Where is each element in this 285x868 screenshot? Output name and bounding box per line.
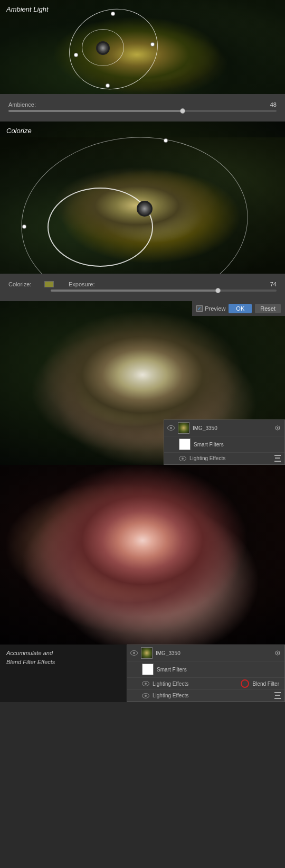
ambience-slider-fill: [8, 110, 183, 112]
colorize-center-control[interactable]: [137, 201, 153, 217]
handle-dot-left[interactable]: [74, 53, 78, 57]
lighting-effects2-label1: Lighting Effects: [153, 681, 238, 687]
smart-filters-thumb: [179, 438, 191, 450]
preview-section: ✓ Preview OK Reset IMG_3350 Smart Filter…: [0, 301, 285, 465]
accumulated-photo: [0, 465, 285, 645]
colorize-handle-top[interactable]: [164, 138, 168, 143]
colorize-section: Colorize Colorize: Exposure: 74: [0, 122, 285, 301]
smart-filters2-thumb: [142, 664, 154, 675]
exposure-slider-fill: [51, 290, 218, 292]
layers-panel-2: IMG_3350 Smart Filters Lighting Effects: [127, 645, 285, 702]
layer-visibility-toggle[interactable]: [167, 425, 175, 431]
smart-filters2-row: Smart Filters: [127, 661, 284, 678]
colorize-inner-ellipse: [48, 188, 153, 267]
colorize-handle-left[interactable]: [22, 225, 26, 229]
layer-settings-icon[interactable]: [274, 424, 281, 432]
preview-checkbox[interactable]: ✓: [196, 305, 203, 312]
layer2-settings-icon[interactable]: [274, 649, 281, 657]
layer-row-img: IMG_3350: [164, 420, 284, 436]
lighting-effects2-row2: Lighting Effects: [127, 690, 284, 702]
ambience-label: Ambience:: [8, 101, 40, 108]
accumulated-section: Accummulate and Blend Filter Effects IMG…: [0, 465, 285, 702]
ambience-value: 48: [261, 101, 277, 108]
ok-button[interactable]: OK: [229, 304, 252, 313]
filter2-visibility-toggle2[interactable]: [142, 693, 149, 698]
svg-point-1: [277, 427, 279, 429]
bottom-text-line2: Blend Filter Effects: [6, 658, 120, 667]
smart-filters-label: Smart Filters: [194, 442, 281, 447]
lighting-effects-label: Lighting Effects: [189, 455, 271, 461]
ambient-title: Ambient Light: [6, 5, 49, 13]
colorize-label: Colorize:: [8, 281, 40, 287]
ambient-center-control[interactable]: [96, 41, 110, 55]
colorize-controls-bar: Colorize: Exposure: 74: [0, 274, 285, 301]
colorize-swatch[interactable]: [44, 281, 54, 287]
handle-dot-right[interactable]: [150, 42, 155, 46]
layer-name: IMG_3350: [193, 425, 271, 431]
lighting-effects-settings[interactable]: [274, 455, 281, 462]
ambient-controls-bar: Ambience: 48: [0, 94, 285, 122]
blend-filter-label: Blend Filter: [252, 681, 281, 687]
layer2-name: IMG_3350: [156, 650, 271, 656]
smart-filters2-label: Smart Filters: [157, 667, 281, 673]
reset-button[interactable]: Reset: [255, 304, 281, 313]
svg-point-3: [277, 652, 279, 654]
lighting-effects2-label2: Lighting Effects: [153, 693, 271, 698]
exposure-value: 74: [261, 281, 277, 287]
bottom-wrapper: Accummulate and Blend Filter Effects IMG…: [0, 645, 285, 702]
accumulated-photo-bg: [0, 465, 285, 645]
preview-checkbox-group: ✓ Preview: [196, 305, 225, 312]
exposure-slider[interactable]: [51, 290, 277, 292]
ambience-slider-thumb[interactable]: [180, 108, 185, 114]
ambience-control-row: Ambience: 48: [8, 101, 277, 108]
layer2-thumbnail: [141, 647, 153, 659]
ambient-light-section: Ambient Light Ambience: 48: [0, 0, 285, 122]
filter2-visibility-toggle1[interactable]: [142, 681, 149, 686]
ambience-slider[interactable]: [8, 110, 277, 112]
smart-filters-row: Smart Filters: [164, 436, 284, 453]
layers-panel-1: IMG_3350 Smart Filters Lighting Effects: [164, 419, 285, 465]
filter-visibility-toggle[interactable]: [179, 456, 186, 461]
lighting-effects2-settings[interactable]: [274, 692, 281, 699]
exposure-slider-row: [8, 290, 277, 292]
lighting-effects2-row1: Lighting Effects Blend Filter: [127, 678, 284, 690]
bottom-text-area: Accummulate and Blend Filter Effects: [0, 645, 127, 670]
colorize-title: Colorize: [6, 127, 32, 135]
handle-dot-bottom[interactable]: [106, 83, 110, 88]
exposure-slider-thumb[interactable]: [215, 288, 221, 293]
blend-filter-icon[interactable]: [241, 679, 249, 688]
preview-toolbar: ✓ Preview OK Reset: [192, 301, 285, 316]
bottom-text-line1: Accummulate and: [6, 649, 120, 658]
ambience-slider-row: [8, 110, 277, 112]
layer2-visibility-toggle[interactable]: [130, 650, 138, 656]
handle-dot-top[interactable]: [111, 12, 115, 16]
layer-thumbnail: [178, 422, 189, 434]
exposure-label: Exposure:: [69, 281, 100, 287]
lighting-effects-row: Lighting Effects: [164, 453, 284, 464]
colorize-control-row: Colorize: Exposure: 74: [8, 281, 277, 287]
preview-label: Preview: [205, 305, 225, 312]
layer2-row-img: IMG_3350: [127, 645, 284, 661]
